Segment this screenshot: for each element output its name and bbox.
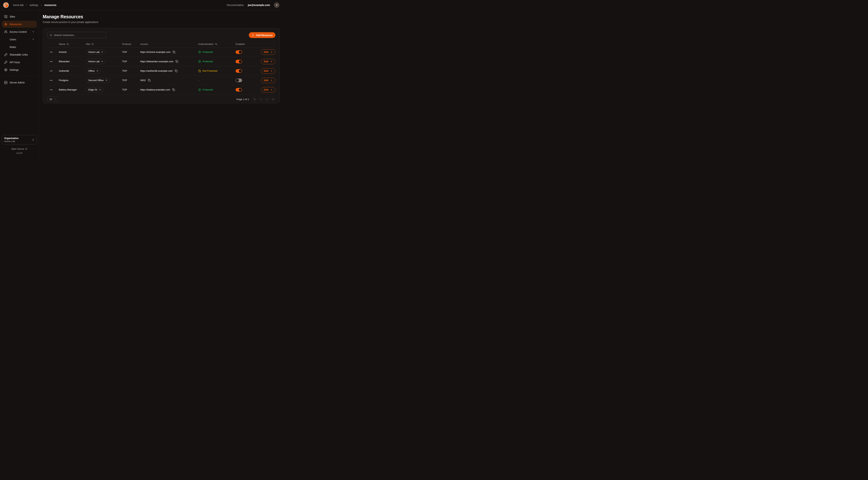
row-actions-menu-button[interactable] — [49, 59, 53, 64]
sidebar-item-sites[interactable]: Sites — [2, 13, 37, 20]
user-email[interactable]: joe@example.com — [248, 4, 270, 6]
edit-button[interactable]: Edit — [261, 68, 276, 74]
topbar: home-lab settings resources Documentatio… — [0, 0, 284, 10]
site-link[interactable]: Office — [86, 68, 101, 73]
breadcrumb-resources[interactable]: resources — [44, 4, 57, 6]
breadcrumb-org[interactable]: home-lab — [13, 4, 24, 6]
sidebar-item-server-admin[interactable]: Server Admin — [2, 79, 37, 86]
gear-icon — [4, 68, 7, 71]
arrow-right-icon — [270, 89, 273, 91]
key-icon — [4, 61, 7, 64]
next-page-button[interactable] — [265, 97, 269, 101]
pagination: 20 Page 1 of 1 — [47, 96, 275, 102]
column-header-authentication: Authentication — [198, 43, 214, 46]
sidebar: Sites Resources Access Control Users — [0, 10, 39, 157]
site-link[interactable]: Home Lab — [86, 59, 105, 64]
enabled-toggle[interactable] — [236, 60, 242, 63]
row-actions-menu-button[interactable] — [49, 69, 53, 73]
sidebar-item-settings[interactable]: Settings — [2, 66, 37, 73]
sidebar-item-api-keys[interactable]: API Keys — [2, 59, 37, 66]
auth-status-label: Protected — [203, 88, 213, 91]
sidebar-item-access-control[interactable]: Access Control — [2, 28, 37, 35]
table-row: Authentik Office TCP https://authentik.e… — [47, 66, 275, 76]
edit-label: Edit — [264, 51, 269, 53]
copy-icon — [175, 69, 178, 72]
open-source-link[interactable]: Open Source — [2, 148, 37, 150]
sidebar-item-roles[interactable]: Roles — [2, 43, 37, 51]
enabled-toggle[interactable] — [236, 50, 242, 54]
site-link[interactable]: Home Lab — [86, 50, 105, 55]
auth-status-label: Not Protected — [203, 69, 217, 72]
sidebar-item-shareable-links[interactable]: Shareable Links — [2, 51, 37, 58]
breadcrumb: home-lab settings resources — [13, 4, 57, 6]
page-title: Manage Resources — [43, 14, 280, 19]
row-actions-menu-button[interactable] — [49, 88, 53, 92]
page-info: Page 1 of 1 — [237, 98, 249, 101]
resource-name: Postgres — [55, 79, 82, 82]
avatar[interactable]: J — [274, 2, 279, 8]
sidebar-item-label: Resources — [9, 23, 22, 26]
documentation-link[interactable]: Documentation — [227, 4, 244, 6]
auth-status-label: Protected — [203, 51, 213, 53]
arrow-right-icon — [270, 60, 273, 63]
resources-card: Add Resource Name Site Pro — [43, 28, 280, 103]
resource-name: Battery Manager — [55, 88, 82, 91]
page-size-select[interactable]: 20 — [47, 96, 58, 102]
edit-button[interactable]: Edit — [261, 87, 276, 92]
table-row: Bitwarden Home Lab TCP https://bitwarden… — [47, 57, 275, 66]
main-content: Manage Resources Create secure proxies t… — [39, 10, 284, 157]
edit-button[interactable]: Edit — [261, 50, 276, 55]
enabled-toggle[interactable] — [236, 69, 242, 73]
previous-page-button[interactable] — [258, 97, 263, 101]
auth-status-badge: Protected — [198, 51, 213, 54]
copy-icon — [176, 60, 178, 63]
sidebar-item-label: Access Control — [9, 30, 27, 33]
chevron-right-icon — [40, 4, 42, 6]
row-actions-menu-button[interactable] — [49, 78, 53, 83]
copy-button[interactable] — [175, 69, 178, 72]
chevron-right-icon — [25, 4, 28, 6]
enabled-toggle[interactable] — [236, 88, 242, 92]
copy-button[interactable] — [172, 88, 175, 91]
sort-icon[interactable] — [67, 43, 69, 45]
arrow-up-right-icon — [101, 51, 103, 53]
organization-selector[interactable]: Organization Home Lab — [2, 135, 37, 144]
protocol-value: TCP — [118, 60, 136, 63]
edit-button[interactable]: Edit — [261, 59, 276, 64]
search-input[interactable] — [54, 34, 104, 36]
row-actions-menu-button[interactable] — [49, 50, 53, 54]
sort-icon[interactable] — [91, 43, 94, 45]
arrow-up-right-icon — [101, 60, 103, 63]
arrow-right-icon — [270, 79, 273, 82]
column-header-site: Site — [86, 43, 90, 46]
edit-button[interactable]: Edit — [261, 78, 276, 83]
protocol-value: TCP — [118, 88, 136, 91]
sidebar-item-resources[interactable]: Resources — [2, 21, 37, 28]
first-page-button[interactable] — [252, 97, 257, 101]
sidebar-item-label: API Keys — [9, 61, 20, 64]
users-icon — [4, 30, 7, 33]
copy-button[interactable] — [148, 79, 151, 82]
app-version: v1.3.0 — [2, 152, 37, 154]
last-page-button[interactable] — [271, 97, 275, 101]
sidebar-item-label: Roles — [9, 46, 16, 49]
ellipsis-icon — [50, 88, 53, 91]
arrow-up-right-icon — [96, 70, 98, 72]
copy-button[interactable] — [172, 50, 176, 54]
copy-button[interactable] — [175, 60, 179, 63]
resource-name: Immich — [55, 51, 82, 53]
sort-icon[interactable] — [215, 43, 217, 45]
chevron-down-icon — [54, 98, 56, 100]
auth-status-badge: Not Protected — [198, 69, 217, 72]
table-row: Postgres Second Office TCP 5432 - Edit — [47, 76, 275, 85]
site-link[interactable]: Edge 01 — [86, 87, 103, 92]
add-resource-button[interactable]: Add Resource — [249, 32, 275, 38]
enabled-toggle[interactable] — [236, 79, 242, 82]
auth-status-badge: Protected — [198, 60, 213, 63]
sidebar-item-users[interactable]: Users — [2, 36, 37, 43]
site-link[interactable]: Second Office — [86, 78, 110, 83]
breadcrumb-settings[interactable]: settings — [30, 4, 38, 6]
access-url: https://bitwarden.example.com — [140, 60, 173, 63]
pangolin-logo-icon[interactable] — [3, 2, 9, 8]
access-url: https://authentik.example.com — [140, 69, 173, 72]
